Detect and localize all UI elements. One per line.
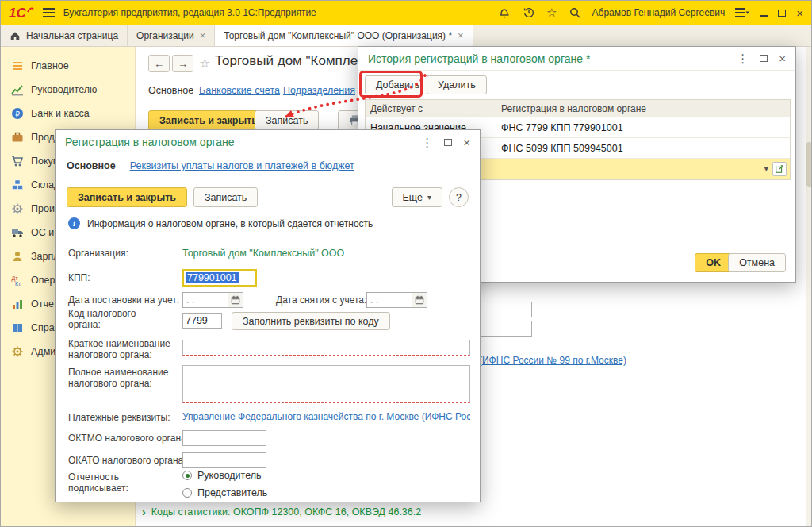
cancel-button[interactable]: Отмена <box>728 253 786 272</box>
close-tab-icon[interactable]: × <box>200 30 206 40</box>
signer-option-representative[interactable]: Представитель <box>182 487 267 498</box>
current-user-menu[interactable]: Абрамов Геннадий Сергеевич <box>592 7 726 18</box>
add-button[interactable]: Добавить <box>365 75 431 94</box>
nav-back-button[interactable]: ← <box>148 55 170 72</box>
close-icon[interactable]: × <box>463 137 470 148</box>
1c-logo: 1С <box>9 6 34 20</box>
sidebar-item-glavnoe[interactable]: Главное <box>1 54 135 78</box>
treasury-link-tail[interactable]: (ИФНС России № 99 по г.Москве) <box>479 355 626 366</box>
chart-line-icon <box>11 83 24 96</box>
tab-home[interactable]: Начальная страница <box>1 25 128 46</box>
ok-button[interactable]: OK <box>695 253 732 272</box>
truck-icon <box>11 226 24 239</box>
cell-registration: ФНС 5099 КПП 509945001 <box>496 138 790 158</box>
registration-edit-field[interactable] <box>501 162 760 175</box>
main-scrollbar[interactable] <box>806 47 812 527</box>
radio-icon[interactable] <box>182 488 192 498</box>
home-icon <box>10 30 21 41</box>
1c-logo-comet <box>27 6 34 13</box>
radio-selected-icon[interactable] <box>182 471 192 480</box>
window-minimize-button[interactable] <box>760 15 768 17</box>
maximize-icon[interactable] <box>760 55 768 62</box>
date-registered-label: Дата постановки на учет: <box>68 294 179 306</box>
kpp-label: КПП: <box>68 272 90 283</box>
svg-text:Кт: Кт <box>15 281 21 287</box>
registration-dialog-titlebar: Регистрация в налоговом органе ⋮ × <box>56 130 480 154</box>
1c-logo-text: 1С <box>9 6 26 20</box>
tab-organizations[interactable]: Организации × <box>128 25 215 46</box>
favorites-star-icon[interactable]: ☆ <box>546 6 557 20</box>
column-header-valid-from[interactable]: Действует с <box>366 100 496 117</box>
signer-label: Отчетность подписывает: <box>68 471 179 494</box>
service-settings-icon[interactable] <box>735 6 749 20</box>
okato-input[interactable] <box>182 452 266 468</box>
signer-option-director[interactable]: Руководитель <box>182 470 262 481</box>
app-title: Бухгалтерия предприятия, редакция 3.0 1С… <box>63 7 316 18</box>
org-label: Организация: <box>68 248 128 259</box>
nav-link-subdivisions[interactable]: Подразделения <box>283 85 355 96</box>
search-icon[interactable] <box>568 6 582 20</box>
dialog-tab-payment-requisites[interactable]: Реквизиты уплаты налогов и платежей в бю… <box>130 160 354 171</box>
dropdown-caret-icon: ▾ <box>427 193 431 202</box>
date-unregistered-label: Дата снятия с учета: <box>276 294 366 306</box>
history-icon[interactable] <box>522 6 536 20</box>
maximize-icon[interactable] <box>444 139 452 146</box>
sidebar-item-rukovoditelyu[interactable]: Руководителю <box>1 78 135 102</box>
cart-icon <box>11 155 24 167</box>
payment-requisites-link[interactable]: Управление Федерального казначейства по … <box>182 411 470 422</box>
kpp-field[interactable]: 779901001 <box>182 269 257 287</box>
short-name-input[interactable] <box>182 340 470 356</box>
more-menu-icon[interactable]: ⋮ <box>737 52 749 64</box>
favorite-toggle-icon[interactable]: ☆ <box>199 56 210 71</box>
cell-registration-editor: ▾ <box>496 159 790 179</box>
save-close-button[interactable]: Записать и закрыть <box>148 110 269 130</box>
dialog-save-button[interactable]: Записать <box>193 187 258 207</box>
full-name-input[interactable] <box>182 365 470 403</box>
date-unregistered-field[interactable]: . . <box>366 292 412 308</box>
nav-forward-button[interactable]: → <box>172 55 193 72</box>
tab-org-card[interactable]: Торговый дом "Комплексный" ООО (Организа… <box>215 25 473 46</box>
info-icon: i <box>68 217 80 229</box>
tax-code-label: Код налогового органа: <box>68 308 144 330</box>
tab-label: Торговый дом "Комплексный" ООО (Организа… <box>224 30 452 41</box>
delete-button[interactable]: Удалить <box>427 75 487 94</box>
nav-link-osnovnoe[interactable]: Основное <box>148 85 193 96</box>
statistics-codes-group[interactable]: › Коды статистики: ОКОПФ 12300, ОКФС 16,… <box>142 506 421 518</box>
coin-icon: ₽ <box>11 107 24 120</box>
window-close-button[interactable]: × <box>796 7 803 19</box>
sidebar-item-bank-kassa[interactable]: ₽ Банк и касса <box>1 102 135 125</box>
more-menu-icon[interactable]: ⋮ <box>421 137 433 148</box>
main-menu-icon[interactable] <box>43 8 55 17</box>
dropdown-caret-icon[interactable]: ▾ <box>764 163 768 174</box>
open-button[interactable] <box>772 162 787 176</box>
more-actions-button[interactable]: Еще ▾ <box>392 187 442 207</box>
save-button[interactable]: Записать <box>255 110 319 130</box>
statistics-codes-text: Коды статистики: ОКОПФ 12300, ОКФС 16, О… <box>151 506 422 517</box>
payment-requisites-label: Платежные реквизиты: <box>68 412 170 423</box>
history-window-title: История регистраций в налоговом органе * <box>368 52 726 65</box>
cell-registration: ФНС 7799 КПП 779901001 <box>496 117 790 137</box>
tax-code-input[interactable] <box>182 313 222 329</box>
close-tab-icon[interactable]: × <box>458 30 464 40</box>
oktmo-input[interactable] <box>182 430 266 446</box>
window-maximize-button[interactable] <box>778 10 786 17</box>
sidebar-item-label: Главное <box>31 60 69 71</box>
info-text: Информация о налоговом органе, в который… <box>87 218 373 229</box>
fill-by-code-button[interactable]: Заполнить реквизиты по коду <box>232 312 390 330</box>
dialog-save-close-button[interactable]: Записать и закрыть <box>67 187 187 207</box>
notifications-bell-icon[interactable] <box>497 6 511 20</box>
calendar-icon[interactable] <box>412 292 427 308</box>
close-icon[interactable]: × <box>779 52 786 64</box>
org-value[interactable]: Торговый дом "Комплексный" ООО <box>182 248 344 259</box>
column-header-registration[interactable]: Регистрация в налоговом органе <box>496 100 790 117</box>
date-registered-field[interactable]: . . <box>182 292 228 308</box>
application-window: 1С Бухгалтерия предприятия, редакция 3.0… <box>0 0 812 527</box>
dialog-tab-osnovnoe[interactable]: Основное <box>67 160 116 171</box>
app-titlebar: 1С Бухгалтерия предприятия, редакция 3.0… <box>1 1 811 25</box>
calendar-icon[interactable] <box>228 292 243 308</box>
help-button[interactable]: ? <box>449 187 469 207</box>
scrollbar-thumb[interactable] <box>806 142 812 187</box>
okato-label: ОКАТО налогового органа: <box>68 455 186 466</box>
nav-link-bank-accounts[interactable]: Банковские счета <box>199 85 280 96</box>
menu-icon <box>11 60 24 72</box>
